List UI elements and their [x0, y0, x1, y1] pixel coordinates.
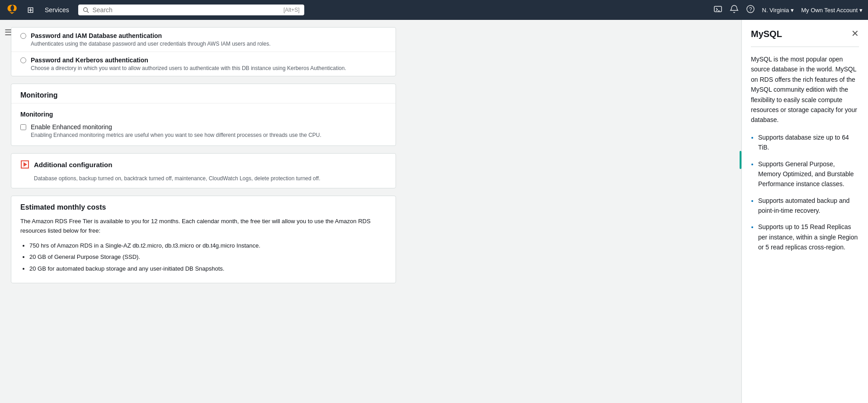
right-panel-close-button[interactable]: ✕ [851, 29, 859, 38]
right-panel-feature-1: Supports database size up to 64 TiB. [758, 132, 859, 153]
scrollbar-thumb[interactable] [740, 151, 741, 169]
costs-list-item-1: 750 hrs of Amazon RDS in a Single-AZ db.… [29, 241, 387, 250]
hamburger-icon: ☰ [5, 28, 12, 37]
nav-right-actions: ? N. Virginia ▾ My Own Test Account ▾ [713, 5, 863, 16]
additional-config-title: Additional configuration [34, 161, 112, 169]
right-panel-features-list: Supports database size up to 64 TiB. Sup… [751, 132, 859, 253]
top-navigation: ⊞ Services [Alt+S] ? N. Virginia ▾ My Ow… [0, 0, 868, 20]
auth-label-2: Password and Kerberos authentication [31, 56, 346, 64]
main-layout: Password and IAM Database authentication… [0, 20, 868, 403]
costs-list-item-2: 20 GB of General Purpose Storage (SSD). [29, 253, 387, 262]
enhanced-monitoring-row: Enable Enhanced monitoring Enabling Enha… [20, 123, 387, 138]
svg-text:?: ? [749, 6, 752, 13]
search-shortcut: [Alt+S] [283, 7, 300, 13]
services-nav-label[interactable]: Services [41, 5, 73, 15]
sidebar-toggle-button[interactable]: ☰ [0, 24, 16, 41]
auth-radio-2[interactable] [20, 57, 26, 63]
right-panel-description: MySQL is the most popular open source da… [751, 54, 859, 125]
aws-logo[interactable] [5, 3, 20, 17]
scrollbar-indicator [740, 20, 741, 403]
additional-config-header[interactable]: Additional configuration [11, 154, 396, 175]
monitoring-subsection-title: Monitoring [20, 111, 387, 118]
collapse-icon-inner [21, 160, 29, 169]
collapse-triangle-icon [24, 162, 27, 167]
main-content: Password and IAM Database authentication… [0, 20, 407, 403]
costs-section-body: The Amazon RDS Free Tier is available to… [11, 217, 396, 283]
auth-radio-1[interactable] [20, 33, 26, 39]
right-panel-title: MySQL [751, 29, 782, 39]
right-panel-feature-2: Supports General Purpose, Memory Optimiz… [758, 159, 859, 189]
account-dropdown-icon: ▾ [859, 7, 863, 14]
region-dropdown-icon: ▾ [791, 7, 794, 14]
costs-section-card: Estimated monthly costs The Amazon RDS F… [11, 196, 396, 283]
right-info-panel: MySQL ✕ MySQL is the most popular open s… [741, 20, 868, 403]
auth-option-2: Password and Kerberos authentication Cho… [11, 52, 396, 76]
region-selector[interactable]: N. Virginia ▾ [762, 7, 794, 14]
costs-list: 750 hrs of Amazon RDS in a Single-AZ db.… [20, 241, 387, 273]
cloudshell-icon[interactable] [713, 5, 722, 16]
costs-list-item-3: 20 GB for automated backup storage and a… [29, 264, 387, 273]
auth-option-1: Password and IAM Database authentication… [11, 28, 396, 52]
bell-icon[interactable] [730, 5, 739, 16]
search-input[interactable] [93, 6, 280, 14]
svg-point-0 [83, 8, 87, 12]
right-panel-header: MySQL ✕ [751, 29, 859, 39]
region-label: N. Virginia [762, 7, 789, 14]
right-panel-feature-4: Supports up to 15 Read Replicas per inst… [758, 222, 859, 252]
account-label: My Own Test Account [801, 7, 858, 14]
right-panel-divider [751, 47, 859, 47]
additional-config-subtitle: Database options, backup turned on, back… [11, 175, 396, 188]
enhanced-monitoring-desc: Enabling Enhanced monitoring metrics are… [31, 132, 321, 138]
monitoring-section-title: Monitoring [11, 84, 396, 103]
collapse-icon [20, 160, 29, 169]
help-icon[interactable]: ? [746, 5, 755, 16]
search-icon [83, 6, 89, 14]
auth-desc-2: Choose a directory in which you want to … [31, 65, 346, 71]
monitoring-section-card: Monitoring Monitoring Enable Enhanced mo… [11, 84, 396, 146]
enhanced-monitoring-checkbox[interactable] [20, 124, 26, 130]
aws-logo-svg [5, 3, 20, 17]
costs-intro-text: The Amazon RDS Free Tier is available to… [20, 217, 387, 236]
additional-config-section: Additional configuration Database option… [11, 153, 396, 188]
costs-section-title: Estimated monthly costs [11, 196, 396, 217]
svg-line-1 [87, 11, 88, 13]
enhanced-monitoring-label: Enable Enhanced monitoring [31, 123, 321, 131]
auth-label-1: Password and IAM Database authentication [31, 32, 271, 39]
search-bar[interactable]: [Alt+S] [78, 5, 304, 15]
grid-icon[interactable]: ⊞ [25, 3, 36, 17]
right-panel-feature-3: Supports automated backup and point-in-t… [758, 196, 859, 216]
account-selector[interactable]: My Own Test Account ▾ [801, 7, 863, 14]
monitoring-inner: Monitoring Enable Enhanced monitoring En… [11, 103, 396, 145]
auth-section-card: Password and IAM Database authentication… [11, 27, 396, 76]
auth-desc-1: Authenticates using the database passwor… [31, 41, 271, 47]
